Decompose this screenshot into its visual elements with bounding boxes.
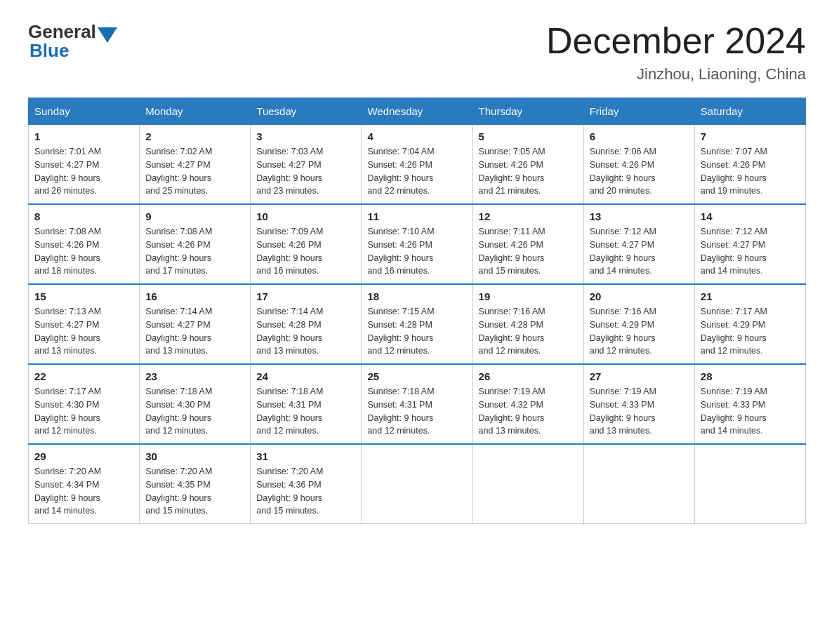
day-number: 25	[367, 370, 466, 382]
day-number: 11	[367, 210, 466, 222]
day-number: 12	[479, 210, 578, 222]
day-number: 21	[701, 290, 800, 302]
day-info: Sunrise: 7:19 AMSunset: 4:33 PMDaylight:…	[590, 387, 656, 436]
day-info: Sunrise: 7:07 AMSunset: 4:26 PMDaylight:…	[701, 147, 767, 196]
day-number: 3	[256, 130, 355, 142]
logo: General Blue	[28, 21, 117, 62]
calendar-cell: 22 Sunrise: 7:17 AMSunset: 4:30 PMDaylig…	[29, 364, 140, 444]
calendar-cell: 1 Sunrise: 7:01 AMSunset: 4:27 PMDayligh…	[29, 125, 140, 205]
header-thursday: Thursday	[472, 98, 583, 125]
day-info: Sunrise: 7:14 AMSunset: 4:28 PMDaylight:…	[256, 307, 323, 356]
calendar-cell: 28 Sunrise: 7:19 AMSunset: 4:33 PMDaylig…	[694, 364, 805, 444]
calendar-cell: 12 Sunrise: 7:11 AMSunset: 4:26 PMDaylig…	[472, 204, 583, 284]
day-info: Sunrise: 7:10 AMSunset: 4:26 PMDaylight:…	[367, 227, 434, 276]
day-info: Sunrise: 7:09 AMSunset: 4:26 PMDaylight:…	[256, 227, 323, 276]
day-number: 17	[256, 290, 355, 302]
calendar-cell: 19 Sunrise: 7:16 AMSunset: 4:28 PMDaylig…	[472, 284, 583, 364]
day-number: 1	[34, 130, 133, 142]
calendar-week-row: 22 Sunrise: 7:17 AMSunset: 4:30 PMDaylig…	[29, 364, 806, 444]
day-info: Sunrise: 7:20 AMSunset: 4:36 PMDaylight:…	[256, 467, 323, 516]
page-title: December 2024	[546, 21, 806, 61]
day-number: 15	[34, 290, 133, 302]
day-number: 9	[145, 210, 244, 222]
calendar-cell: 2 Sunrise: 7:02 AMSunset: 4:27 PMDayligh…	[140, 125, 251, 205]
header-saturday: Saturday	[694, 98, 805, 125]
header-sunday: Sunday	[29, 98, 140, 125]
header-friday: Friday	[583, 98, 694, 125]
calendar-cell: 27 Sunrise: 7:19 AMSunset: 4:33 PMDaylig…	[583, 364, 694, 444]
calendar-cell: 17 Sunrise: 7:14 AMSunset: 4:28 PMDaylig…	[251, 284, 362, 364]
calendar-cell: 20 Sunrise: 7:16 AMSunset: 4:29 PMDaylig…	[583, 284, 694, 364]
calendar-cell	[694, 444, 805, 524]
day-info: Sunrise: 7:08 AMSunset: 4:26 PMDaylight:…	[145, 227, 212, 276]
day-info: Sunrise: 7:02 AMSunset: 4:27 PMDaylight:…	[145, 147, 212, 196]
calendar-cell: 14 Sunrise: 7:12 AMSunset: 4:27 PMDaylig…	[694, 204, 805, 284]
day-number: 6	[590, 130, 689, 142]
calendar-cell: 31 Sunrise: 7:20 AMSunset: 4:36 PMDaylig…	[251, 444, 362, 524]
calendar-cell: 6 Sunrise: 7:06 AMSunset: 4:26 PMDayligh…	[583, 125, 694, 205]
calendar-cell: 3 Sunrise: 7:03 AMSunset: 4:27 PMDayligh…	[251, 125, 362, 205]
calendar-cell: 23 Sunrise: 7:18 AMSunset: 4:30 PMDaylig…	[140, 364, 251, 444]
calendar-cell: 5 Sunrise: 7:05 AMSunset: 4:26 PMDayligh…	[472, 125, 583, 205]
day-info: Sunrise: 7:11 AMSunset: 4:26 PMDaylight:…	[479, 227, 545, 276]
day-number: 30	[145, 450, 244, 462]
header-tuesday: Tuesday	[251, 98, 362, 125]
calendar-cell	[362, 444, 472, 524]
day-info: Sunrise: 7:20 AMSunset: 4:35 PMDaylight:…	[145, 467, 212, 516]
page-header: General Blue December 2024 Jinzhou, Liao…	[28, 21, 806, 83]
day-number: 27	[590, 370, 689, 382]
calendar-week-row: 8 Sunrise: 7:08 AMSunset: 4:26 PMDayligh…	[29, 204, 806, 284]
day-info: Sunrise: 7:19 AMSunset: 4:33 PMDaylight:…	[701, 387, 767, 436]
day-info: Sunrise: 7:17 AMSunset: 4:30 PMDaylight:…	[34, 387, 101, 436]
day-number: 5	[479, 130, 578, 142]
day-info: Sunrise: 7:20 AMSunset: 4:34 PMDaylight:…	[34, 467, 101, 516]
header-wednesday: Wednesday	[362, 98, 472, 125]
day-number: 18	[367, 290, 466, 302]
calendar-cell: 11 Sunrise: 7:10 AMSunset: 4:26 PMDaylig…	[362, 204, 472, 284]
day-info: Sunrise: 7:18 AMSunset: 4:31 PMDaylight:…	[367, 387, 434, 436]
day-info: Sunrise: 7:13 AMSunset: 4:27 PMDaylight:…	[34, 307, 101, 356]
logo-blue-text: Blue	[29, 40, 69, 62]
calendar-cell: 13 Sunrise: 7:12 AMSunset: 4:27 PMDaylig…	[583, 204, 694, 284]
day-info: Sunrise: 7:06 AMSunset: 4:26 PMDaylight:…	[590, 147, 656, 196]
calendar-cell: 15 Sunrise: 7:13 AMSunset: 4:27 PMDaylig…	[29, 284, 140, 364]
day-info: Sunrise: 7:08 AMSunset: 4:26 PMDaylight:…	[34, 227, 101, 276]
calendar-cell: 9 Sunrise: 7:08 AMSunset: 4:26 PMDayligh…	[140, 204, 251, 284]
logo-container: General Blue	[28, 21, 117, 62]
calendar-cell: 24 Sunrise: 7:18 AMSunset: 4:31 PMDaylig…	[251, 364, 362, 444]
day-info: Sunrise: 7:19 AMSunset: 4:32 PMDaylight:…	[479, 387, 545, 436]
day-info: Sunrise: 7:05 AMSunset: 4:26 PMDaylight:…	[479, 147, 545, 196]
calendar-cell: 21 Sunrise: 7:17 AMSunset: 4:29 PMDaylig…	[694, 284, 805, 364]
day-info: Sunrise: 7:16 AMSunset: 4:29 PMDaylight:…	[590, 307, 656, 356]
page-subtitle: Jinzhou, Liaoning, China	[546, 65, 806, 83]
calendar-cell: 18 Sunrise: 7:15 AMSunset: 4:28 PMDaylig…	[362, 284, 472, 364]
logo-triangle-icon	[98, 27, 117, 43]
day-number: 16	[145, 290, 244, 302]
calendar-cell	[472, 444, 583, 524]
day-number: 29	[34, 450, 133, 462]
calendar-cell: 10 Sunrise: 7:09 AMSunset: 4:26 PMDaylig…	[251, 204, 362, 284]
calendar-table: SundayMondayTuesdayWednesdayThursdayFrid…	[28, 98, 806, 524]
day-info: Sunrise: 7:14 AMSunset: 4:27 PMDaylight:…	[145, 307, 212, 356]
title-area: December 2024 Jinzhou, Liaoning, China	[546, 21, 806, 83]
day-number: 19	[479, 290, 578, 302]
calendar-cell: 7 Sunrise: 7:07 AMSunset: 4:26 PMDayligh…	[694, 125, 805, 205]
day-info: Sunrise: 7:01 AMSunset: 4:27 PMDaylight:…	[34, 147, 101, 196]
calendar-cell: 4 Sunrise: 7:04 AMSunset: 4:26 PMDayligh…	[362, 125, 472, 205]
calendar-week-row: 29 Sunrise: 7:20 AMSunset: 4:34 PMDaylig…	[29, 444, 806, 524]
day-info: Sunrise: 7:12 AMSunset: 4:27 PMDaylight:…	[701, 227, 767, 276]
day-info: Sunrise: 7:03 AMSunset: 4:27 PMDaylight:…	[256, 147, 323, 196]
day-number: 14	[701, 210, 800, 222]
calendar-week-row: 1 Sunrise: 7:01 AMSunset: 4:27 PMDayligh…	[29, 125, 806, 205]
day-number: 22	[34, 370, 133, 382]
calendar-cell: 8 Sunrise: 7:08 AMSunset: 4:26 PMDayligh…	[29, 204, 140, 284]
day-number: 23	[145, 370, 244, 382]
calendar-cell: 26 Sunrise: 7:19 AMSunset: 4:32 PMDaylig…	[472, 364, 583, 444]
day-number: 31	[256, 450, 355, 462]
day-info: Sunrise: 7:15 AMSunset: 4:28 PMDaylight:…	[367, 307, 434, 356]
day-info: Sunrise: 7:18 AMSunset: 4:31 PMDaylight:…	[256, 387, 323, 436]
day-number: 28	[701, 370, 800, 382]
day-number: 24	[256, 370, 355, 382]
calendar-week-row: 15 Sunrise: 7:13 AMSunset: 4:27 PMDaylig…	[29, 284, 806, 364]
calendar-header-row: SundayMondayTuesdayWednesdayThursdayFrid…	[29, 98, 806, 125]
